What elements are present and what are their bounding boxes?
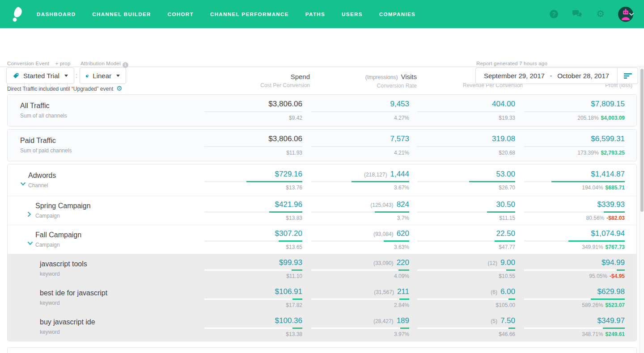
cell-conversions: (12)9.00$10.55	[409, 258, 515, 279]
row-name-cell: Paid TrafficSum of paid channels	[8, 137, 204, 154]
row-title[interactable]: best ide for javascript	[40, 289, 107, 297]
revenue-value[interactable]: $1,414.87	[591, 170, 625, 178]
chat-icon[interactable]	[572, 10, 583, 19]
visits-value[interactable]: 620	[397, 229, 409, 238]
visits-value[interactable]: 824	[397, 200, 409, 209]
conversions-value[interactable]: 6.00	[500, 287, 515, 296]
row-name-text: Spring CampaignCampaign	[35, 202, 91, 219]
conversions-value[interactable]: 404.00	[492, 100, 515, 108]
conversions-value[interactable]: 53.00	[496, 170, 515, 178]
revenue-value[interactable]: $94.99	[602, 258, 625, 267]
pie-chart-icon	[86, 72, 89, 80]
visits-value[interactable]: 189	[397, 316, 409, 325]
nav-item-dashboard[interactable]: DASHBOARD	[37, 12, 76, 17]
col-header-visits[interactable]: (Impressions)Visits Conversion Rate	[310, 73, 417, 89]
row-title[interactable]: javascript tools	[40, 260, 87, 268]
conversions-bar-fill	[506, 269, 515, 271]
caret-down-icon[interactable]	[629, 13, 634, 16]
col-spend-label: Spend	[212, 73, 310, 80]
row-title[interactable]: Spring Campaign	[35, 202, 91, 210]
conversions-value[interactable]: 30.50	[496, 200, 515, 209]
conversions-value-line: (5)7.50	[417, 316, 515, 325]
cell-revenue: $94.9995.05%-$4.95	[515, 258, 625, 279]
revenue-sub-value: 194.04%$685.71	[524, 185, 625, 191]
nav-item-cohort[interactable]: COHORT	[168, 12, 194, 17]
revenue-value[interactable]: $349.97	[597, 316, 625, 325]
row-title[interactable]: All Traffic	[20, 102, 67, 110]
revenue-value[interactable]: $6,599.31	[591, 134, 625, 143]
chevron-down-icon[interactable]	[27, 241, 35, 245]
row-title[interactable]: Adwords	[28, 172, 56, 180]
conversions-value[interactable]: 7.50	[500, 316, 515, 325]
visits-value[interactable]: 9,453	[390, 100, 409, 108]
visits-bar-track	[311, 211, 409, 213]
date-range[interactable]: September 29, 2017 - October 28, 2017	[476, 72, 617, 80]
nav-item-channel-builder[interactable]: CHANNEL BUILDER	[92, 12, 151, 17]
revenue-value[interactable]: $7,809.15	[591, 100, 625, 108]
spend-value[interactable]: $99.93	[279, 258, 302, 267]
settings-gear-icon[interactable]: ⚙	[116, 85, 122, 92]
revenue-sub-value: 80.56%-$82.03	[524, 215, 625, 221]
revenue-profit: -$82.03	[606, 215, 625, 221]
spend-value[interactable]: $729.16	[275, 170, 302, 178]
gear-icon[interactable]: ⚙	[596, 9, 605, 19]
visits-bar-track	[311, 146, 409, 147]
add-prop-link[interactable]: + prop	[55, 61, 70, 66]
visits-value-line: (28,427)189	[311, 316, 409, 325]
spend-value-line: $3,806.06	[204, 100, 302, 109]
spend-value[interactable]: $106.91	[275, 287, 302, 296]
revenue-value[interactable]: $339.93	[597, 200, 625, 209]
conversions-value[interactable]: 319.08	[492, 134, 515, 143]
revenue-value-line: $1,414.87	[524, 170, 625, 179]
spend-value[interactable]: $421.96	[275, 200, 302, 209]
revenue-roi-pct: 80.56%	[586, 215, 605, 221]
filter-icon[interactable]	[617, 68, 638, 84]
revenue-sub-value: 173.39%$2,793.25	[524, 150, 625, 156]
revenue-value[interactable]: $1,074.94	[591, 229, 625, 238]
visits-pre-value: (33,090)	[373, 260, 394, 266]
revenue-bar-track	[524, 328, 625, 329]
scrollbar-thumb[interactable]	[640, 69, 644, 212]
visits-pre-value: (31,567)	[374, 289, 394, 295]
info-icon[interactable]: i	[123, 62, 128, 68]
scrollbar-track[interactable]	[640, 67, 644, 353]
attribution-model-value: Linear	[93, 72, 111, 80]
conversions-value[interactable]: 22.50	[496, 229, 515, 238]
chevron-down-icon[interactable]	[20, 182, 28, 186]
nav-item-channel-performance[interactable]: CHANNEL PERFORMANCE	[210, 12, 289, 17]
attribution-model-select[interactable]: Linear	[80, 67, 126, 84]
table-row-fall-campaign: Fall CampaignCampaign$307.20$13.65(93,08…	[8, 225, 636, 254]
nav-item-companies[interactable]: COMPANIES	[379, 12, 415, 17]
row-title[interactable]: Paid Traffic	[20, 137, 72, 145]
visits-value-line: (33,090)220	[311, 258, 409, 267]
revenue-bar-track	[524, 211, 625, 213]
revenue-profit: -$4.95	[610, 273, 625, 279]
visits-value[interactable]: 220	[397, 258, 409, 267]
col-header-spend[interactable]: Spend Cost Per Conversion	[212, 73, 310, 88]
row-title[interactable]: buy javascript ide	[40, 318, 95, 326]
spend-bar-fill	[292, 269, 302, 271]
conversion-event-select[interactable]: Started Trial	[6, 67, 74, 84]
visits-sub-value: 2.84%	[311, 302, 409, 308]
spend-value[interactable]: $307.20	[275, 229, 302, 238]
chevron-right-icon[interactable]	[27, 211, 35, 217]
table-card: AdwordsChannel$729.16$13.76(218,127)1,44…	[7, 164, 637, 341]
help-icon[interactable]: ?	[550, 10, 558, 18]
table-row-all-traffic: All TrafficSum of all channels$3,806.06$…	[8, 95, 636, 126]
visits-value[interactable]: 1,444	[390, 170, 409, 178]
caret-down-icon	[64, 75, 68, 77]
nav-item-paths[interactable]: PATHS	[305, 12, 325, 17]
conversions-value[interactable]: 9.00	[500, 258, 515, 267]
spend-sub-value: $17.82	[204, 302, 302, 308]
visits-value[interactable]: 7,573	[390, 134, 409, 143]
spend-value[interactable]: $100.36	[275, 316, 302, 325]
revenue-value-line: $629.98	[524, 287, 625, 296]
row-title[interactable]: Fall Campaign	[35, 231, 81, 239]
nav-item-users[interactable]: USERS	[342, 12, 363, 17]
row-subtitle: keyword	[40, 300, 107, 306]
visits-value[interactable]: 211	[397, 287, 409, 296]
revenue-value[interactable]: $629.98	[597, 287, 625, 296]
visits-bar-fill	[375, 211, 409, 213]
app-logo-icon[interactable]	[10, 6, 23, 22]
cell-conversions: 319.08$20.68	[409, 134, 515, 156]
